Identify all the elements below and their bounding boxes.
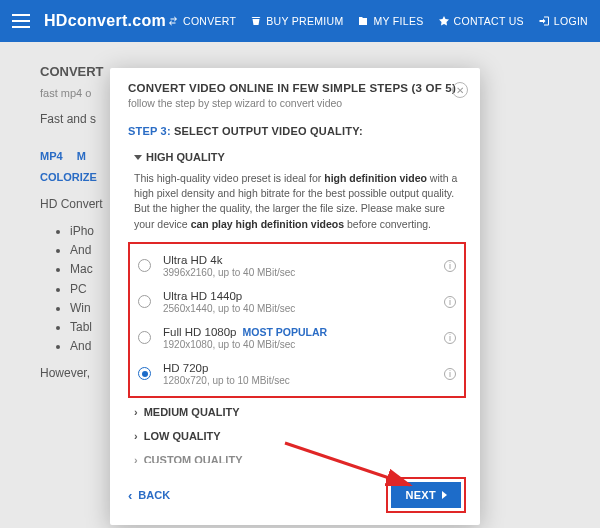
chevron-right-icon: ›	[134, 454, 138, 463]
info-icon[interactable]: i	[444, 368, 456, 380]
section-medium-quality[interactable]: ›MEDIUM QUALITY	[128, 398, 466, 422]
most-popular-badge: MOST POPULAR	[243, 326, 328, 338]
chevron-down-icon	[134, 155, 142, 160]
close-icon[interactable]: ✕	[452, 82, 468, 98]
option-ultra-hd-4k[interactable]: Ultra HD 4k3996x2160, up to 40 MBit/sec …	[132, 248, 462, 284]
step-heading: STEP 3: SELECT OUTPUT VIDEO QUALITY:	[110, 119, 480, 143]
info-icon[interactable]: i	[444, 332, 456, 344]
modal-subtitle: follow the step by step wizard to conver…	[128, 97, 462, 109]
app-header: HDconvert.com CONVERT BUY PREMIUM MY FIL…	[0, 0, 600, 42]
radio-icon[interactable]	[138, 331, 151, 344]
next-button-highlight: NEXT	[386, 477, 466, 513]
modal-title: CONVERT VIDEO ONLINE IN FEW SIMPLE STEPS…	[128, 82, 462, 94]
chevron-right-icon: ›	[134, 430, 138, 442]
next-button[interactable]: NEXT	[391, 482, 461, 508]
section-low-quality[interactable]: ›LOW QUALITY	[128, 422, 466, 446]
info-icon[interactable]: i	[444, 296, 456, 308]
section-high-quality[interactable]: HIGH QUALITY	[128, 143, 466, 167]
wizard-modal: CONVERT VIDEO ONLINE IN FEW SIMPLE STEPS…	[110, 68, 480, 525]
tab-mp4[interactable]: MP4	[40, 148, 63, 166]
radio-icon[interactable]	[138, 259, 151, 272]
option-ultra-hd-1440p[interactable]: Ultra HD 1440p2560x1440, up to 40 MBit/s…	[132, 284, 462, 320]
brand-logo[interactable]: HDconvert.com	[44, 12, 166, 30]
info-icon[interactable]: i	[444, 260, 456, 272]
option-hd-720p[interactable]: HD 720p1280x720, up to 10 MBit/sec i	[132, 356, 462, 392]
chevron-left-icon: ‹	[128, 488, 132, 503]
section-custom-quality[interactable]: ›CUSTOM QUALITY	[128, 446, 466, 463]
radio-icon[interactable]	[138, 295, 151, 308]
nav-convert[interactable]: CONVERT	[167, 15, 236, 27]
option-full-hd-1080p[interactable]: Full HD 1080pMOST POPULAR1920x1080, up t…	[132, 320, 462, 356]
modal-scroll[interactable]: HIGH QUALITY This high-quality video pre…	[110, 143, 480, 463]
high-quality-description: This high-quality video preset is ideal …	[128, 167, 466, 242]
radio-icon-selected[interactable]	[138, 367, 151, 380]
nav-login[interactable]: LOGIN	[538, 15, 588, 27]
nav-my-files[interactable]: MY FILES	[357, 15, 423, 27]
top-nav: CONVERT BUY PREMIUM MY FILES CONTACT US …	[167, 15, 588, 27]
quality-options-highlight: Ultra HD 4k3996x2160, up to 40 MBit/sec …	[128, 242, 466, 398]
chevron-right-icon	[442, 491, 447, 499]
back-button[interactable]: ‹BACK	[128, 488, 170, 503]
tab-colorize[interactable]: COLORIZE	[40, 169, 97, 187]
nav-buy-premium[interactable]: BUY PREMIUM	[250, 15, 343, 27]
tab-m[interactable]: M	[77, 148, 86, 166]
chevron-right-icon: ›	[134, 406, 138, 418]
nav-contact[interactable]: CONTACT US	[438, 15, 524, 27]
menu-icon[interactable]	[12, 14, 30, 28]
